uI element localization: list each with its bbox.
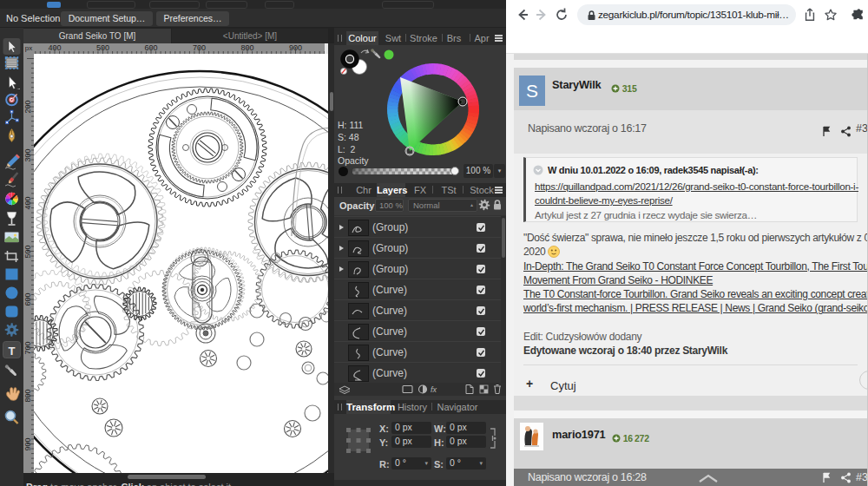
svg-text:T: T xyxy=(9,345,16,358)
svg-text:fx: fx xyxy=(431,385,437,394)
